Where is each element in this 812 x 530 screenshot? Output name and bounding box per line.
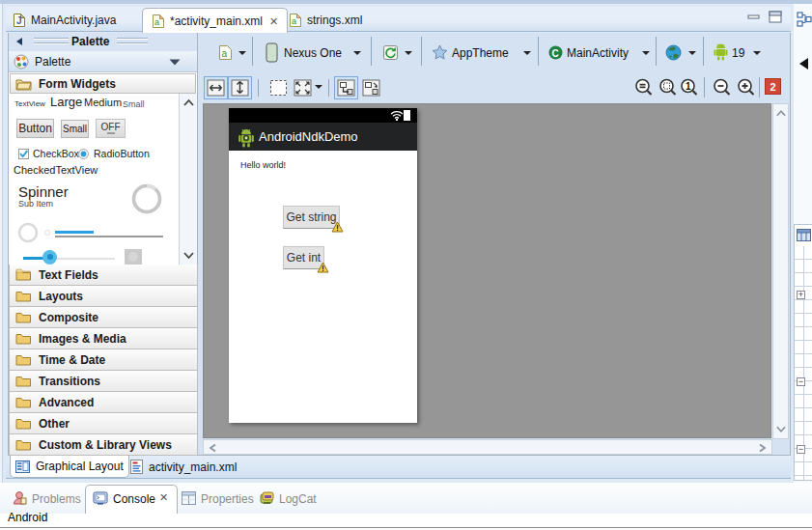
svg-text:C: C [552,48,559,59]
svg-text:a: a [154,17,159,27]
svg-text:1: 1 [686,81,691,92]
svg-text:a: a [292,16,296,26]
svg-text:a: a [222,48,228,59]
svg-text:J: J [16,15,22,26]
